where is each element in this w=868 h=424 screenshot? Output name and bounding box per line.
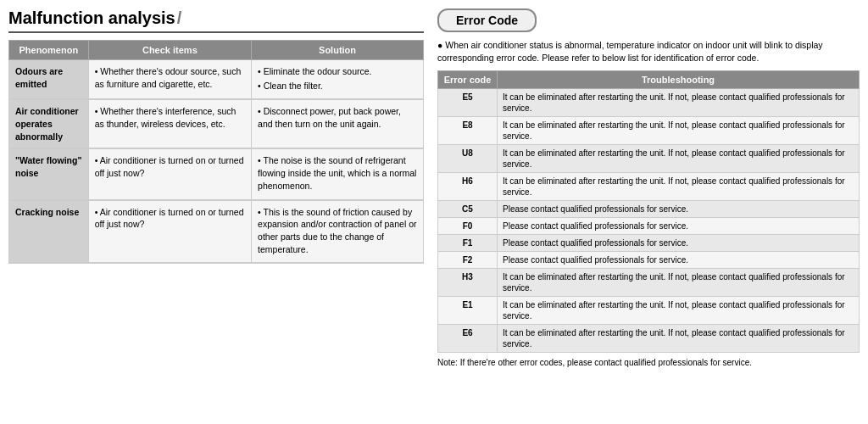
error-row: H6It can be eliminated after restarting … <box>438 173 860 201</box>
solution-cell: Eliminate the odour source.Clean the fil… <box>252 60 424 100</box>
error-code-cell: F2 <box>438 252 498 269</box>
solution-item: This is the sound of friction caused by … <box>258 206 417 256</box>
troubleshooting-cell: Please contact qualified professionals f… <box>498 218 860 235</box>
troubleshooting-cell: Please contact qualified professionals f… <box>498 252 860 269</box>
error-code-cell: E5 <box>438 89 498 117</box>
check-item: Air conditioner is turned on or turned o… <box>95 154 245 179</box>
error-row: E8It can be eliminated after restarting … <box>438 117 860 145</box>
header-troubleshooting: Troubleshooting <box>498 71 860 89</box>
malfunction-row: Air conditioner operates abnormallyWheth… <box>9 99 424 148</box>
right-panel: Error Code When air conditioner status i… <box>437 8 860 416</box>
malfunction-table: Phenomenon Check items Solution Odours a… <box>8 40 424 264</box>
solution-cell: This is the sound of friction caused by … <box>252 200 424 264</box>
malfunction-row: "Water flowing" noiseAir conditioner is … <box>9 148 424 199</box>
header-error-code: Error code <box>438 71 498 89</box>
check-item: Whether there's interference, such as th… <box>95 105 245 130</box>
error-row: E1It can be eliminated after restarting … <box>438 297 860 325</box>
troubleshooting-cell: It can be eliminated after restarting th… <box>498 89 860 117</box>
malfunction-row: Cracking noiseAir conditioner is turned … <box>9 200 424 264</box>
troubleshooting-cell: It can be eliminated after restarting th… <box>498 297 860 325</box>
solution-item: Eliminate the odour source. <box>258 65 417 78</box>
error-row: F0Please contact qualified professionals… <box>438 218 860 235</box>
error-code-title-box: Error Code <box>437 8 537 32</box>
error-table: Error code Troubleshooting E5It can be e… <box>437 70 860 353</box>
troubleshooting-cell: Please contact qualified professionals f… <box>498 201 860 218</box>
error-row: F1Please contact qualified professionals… <box>438 235 860 252</box>
phenomenon-cell: Odours are emitted <box>9 60 89 100</box>
phenomenon-cell: "Water flowing" noise <box>9 148 89 199</box>
check-item: Air conditioner is turned on or turned o… <box>95 206 245 231</box>
malfunction-table-header: Phenomenon Check items Solution <box>9 41 424 60</box>
troubleshooting-cell: It can be eliminated after restarting th… <box>498 173 860 201</box>
error-code-cell: F1 <box>438 235 498 252</box>
phenomenon-cell: Cracking noise <box>9 200 89 264</box>
solution-item: Clean the filter. <box>258 80 417 92</box>
solution-item: Disconnect power, put back power, and th… <box>258 105 417 130</box>
troubleshooting-cell: It can be eliminated after restarting th… <box>498 325 860 353</box>
header-solution: Solution <box>252 41 424 60</box>
troubleshooting-cell: It can be eliminated after restarting th… <box>498 269 860 297</box>
error-table-header: Error code Troubleshooting <box>438 71 860 89</box>
error-code-cell: C5 <box>438 201 498 218</box>
error-code-cell: E8 <box>438 117 498 145</box>
malfunction-row: Odours are emittedWhether there's odour … <box>9 60 424 100</box>
check-items-cell: Air conditioner is turned on or turned o… <box>88 200 251 264</box>
error-row: U8It can be eliminated after restarting … <box>438 145 860 173</box>
error-code-cell: H6 <box>438 173 498 201</box>
troubleshooting-cell: It can be eliminated after restarting th… <box>498 145 860 173</box>
error-row: C5Please contact qualified professionals… <box>438 201 860 218</box>
title-slash: / <box>177 8 182 28</box>
troubleshooting-cell: It can be eliminated after restarting th… <box>498 117 860 145</box>
header-check-items: Check items <box>88 41 251 60</box>
error-code-cell: U8 <box>438 145 498 173</box>
error-code-cell: E6 <box>438 325 498 353</box>
solution-cell: Disconnect power, put back power, and th… <box>252 99 424 148</box>
error-code-cell: F0 <box>438 218 498 235</box>
solution-item: The noise is the sound of refrigerant fl… <box>258 154 417 192</box>
phenomenon-cell: Air conditioner operates abnormally <box>9 99 89 148</box>
error-row: F2Please contact qualified professionals… <box>438 252 860 269</box>
troubleshooting-cell: Please contact qualified professionals f… <box>498 235 860 252</box>
solution-cell: The noise is the sound of refrigerant fl… <box>252 148 424 199</box>
page-title: Malfunction analysis / <box>8 8 424 33</box>
page-title-text: Malfunction analysis <box>8 8 175 28</box>
error-row: H3It can be eliminated after restarting … <box>438 269 860 297</box>
error-note: Note: If there're other error codes, ple… <box>437 357 860 369</box>
check-items-cell: Whether there's odour source, such as fu… <box>88 60 251 100</box>
error-row: E6It can be eliminated after restarting … <box>438 325 860 353</box>
error-row: E5It can be eliminated after restarting … <box>438 89 860 117</box>
error-code-cell: E1 <box>438 297 498 325</box>
check-item: Whether there's odour source, such as fu… <box>95 65 245 90</box>
error-code-cell: H3 <box>438 269 498 297</box>
check-items-cell: Whether there's interference, such as th… <box>88 99 251 148</box>
header-phenomenon: Phenomenon <box>9 41 89 60</box>
check-items-cell: Air conditioner is turned on or turned o… <box>88 148 251 199</box>
left-panel: Malfunction analysis / Phenomenon Check … <box>8 8 424 416</box>
error-intro: When air conditioner status is abnormal,… <box>437 39 860 64</box>
